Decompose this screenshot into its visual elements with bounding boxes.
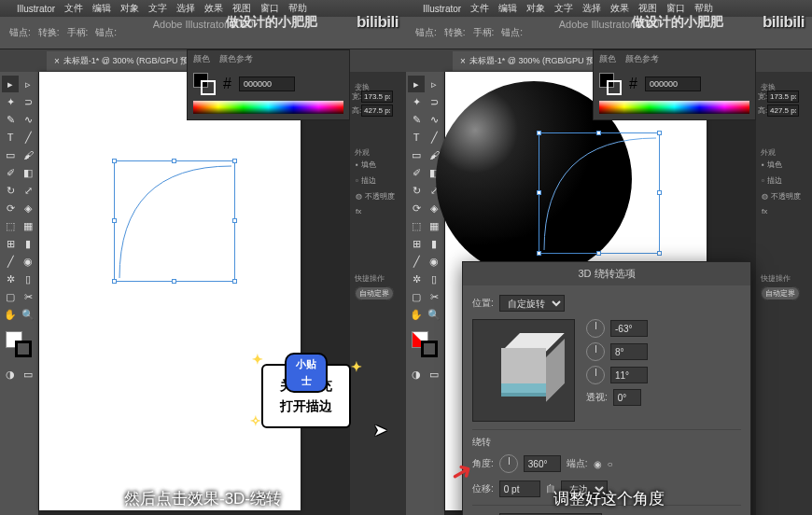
fx-row[interactable]: fx <box>758 204 812 218</box>
color-tab[interactable]: 颜色 <box>193 53 210 65</box>
handle-tm[interactable] <box>172 159 176 163</box>
color-guide-tab[interactable]: 颜色参考 <box>219 53 253 65</box>
menu-edit[interactable]: 编辑 <box>498 2 517 15</box>
scale-tool[interactable]: ⤢ <box>20 182 36 199</box>
zoom-tool[interactable]: 🔍 <box>426 306 442 323</box>
menu-effect[interactable]: 效果 <box>204 2 223 15</box>
symbol-sprayer-tool[interactable]: ✲ <box>2 271 19 287</box>
angle-dial[interactable] <box>499 454 518 473</box>
artboard-tool[interactable]: ▢ <box>408 288 425 305</box>
handle-ml[interactable] <box>112 218 117 223</box>
document-tab[interactable]: × 未标题-1* @ 300% (RGB/GPU 预览) <box>47 51 207 71</box>
width-tool[interactable]: ⟳ <box>408 200 425 216</box>
selection-bounding-box[interactable] <box>539 132 660 254</box>
opacity-row[interactable]: ◍ 不透明度 <box>758 188 812 204</box>
gradient-tool[interactable]: ▮ <box>20 235 36 252</box>
type-tool[interactable]: T <box>408 129 425 146</box>
handle-tm[interactable] <box>596 131 601 135</box>
position-select[interactable]: 自定旋转 <box>499 295 565 312</box>
shaper-tool[interactable]: ✐ <box>408 164 425 181</box>
rotation-preview[interactable] <box>472 319 575 422</box>
menu-edit[interactable]: 编辑 <box>92 2 111 15</box>
pen-tool[interactable]: ✎ <box>408 111 425 128</box>
direct-selection-tool[interactable]: ▹ <box>426 76 442 92</box>
direct-selection-tool[interactable]: ▹ <box>20 76 36 92</box>
color-spectrum[interactable] <box>193 101 343 114</box>
line-tool[interactable]: ╱ <box>426 129 442 146</box>
screen-mode-icon[interactable]: ▭ <box>20 366 36 383</box>
curvature-tool[interactable]: ∿ <box>20 111 36 128</box>
menu-help[interactable]: 帮助 <box>288 2 307 15</box>
shaper-tool[interactable]: ✐ <box>2 164 19 181</box>
rectangle-tool[interactable]: ▭ <box>2 146 19 163</box>
artboard[interactable] <box>39 72 301 510</box>
panel-fill-stroke[interactable] <box>599 73 622 95</box>
handle-br[interactable] <box>232 279 237 284</box>
paintbrush-tool[interactable]: 🖌 <box>20 146 36 163</box>
handle-bm[interactable] <box>596 251 601 256</box>
line-tool[interactable]: ╱ <box>20 129 36 146</box>
hex-input[interactable] <box>239 77 295 91</box>
shape-builder-tool[interactable]: ⬚ <box>408 217 425 234</box>
type-tool[interactable]: T <box>2 129 19 146</box>
pen-tool[interactable]: ✎ <box>2 111 19 128</box>
color-mode-icon[interactable]: ◑ <box>2 366 19 383</box>
close-tab-icon[interactable]: × <box>460 56 466 66</box>
handle-tl[interactable] <box>537 131 541 135</box>
height-input[interactable] <box>361 104 393 117</box>
stroke-swatch[interactable] <box>421 341 438 357</box>
eraser-tool[interactable]: ◧ <box>20 164 36 181</box>
selection-bounding-box[interactable] <box>114 160 235 282</box>
menu-select[interactable]: 选择 <box>176 2 195 15</box>
blend-tool[interactable]: ◉ <box>20 253 36 270</box>
menu-effect[interactable]: 效果 <box>610 2 629 15</box>
height-input[interactable] <box>767 104 799 117</box>
handle-tr[interactable] <box>232 159 237 163</box>
lasso-tool[interactable]: ⊃ <box>20 93 36 110</box>
menu-view[interactable]: 视图 <box>638 2 657 15</box>
rot-z-input[interactable] <box>610 367 648 383</box>
menu-select[interactable]: 选择 <box>582 2 601 15</box>
handle-tl[interactable] <box>112 159 117 163</box>
color-tab[interactable]: 颜色 <box>599 53 616 65</box>
handle-mr[interactable] <box>232 218 237 223</box>
gradient-tool[interactable]: ▮ <box>426 235 442 252</box>
fill-row[interactable]: ▪ 填色 <box>352 157 406 173</box>
menu-object[interactable]: 对象 <box>120 2 139 15</box>
color-guide-tab[interactable]: 颜色参考 <box>625 53 659 65</box>
app-name[interactable]: Illustrator <box>17 4 55 14</box>
zoom-tool[interactable]: 🔍 <box>20 306 36 323</box>
hand-tool[interactable]: ✋ <box>408 306 425 323</box>
rot-x-dial[interactable] <box>586 319 605 338</box>
mesh-tool[interactable]: ⊞ <box>408 235 425 252</box>
selection-tool[interactable]: ▸ <box>408 76 425 92</box>
panel-fill-stroke[interactable] <box>193 73 216 95</box>
fill-stroke-indicator[interactable] <box>408 331 442 359</box>
angle-input[interactable] <box>524 455 561 472</box>
rot-y-dial[interactable] <box>586 342 605 361</box>
handle-mr[interactable] <box>657 190 662 195</box>
fill-stroke-indicator[interactable] <box>2 331 36 359</box>
color-spectrum[interactable] <box>599 101 749 114</box>
lasso-tool[interactable]: ⊃ <box>426 93 442 110</box>
symbol-sprayer-tool[interactable]: ✲ <box>408 271 425 287</box>
blend-tool[interactable]: ◉ <box>426 253 442 270</box>
curvature-tool[interactable]: ∿ <box>426 111 442 128</box>
screen-mode-icon[interactable]: ▭ <box>426 366 442 383</box>
rotate-tool[interactable]: ↻ <box>408 182 425 199</box>
graph-tool[interactable]: ▯ <box>20 271 36 287</box>
rot-z-dial[interactable] <box>586 366 605 384</box>
eyedropper-tool[interactable]: ╱ <box>2 253 19 270</box>
menu-file[interactable]: 文件 <box>470 2 489 15</box>
handle-bl[interactable] <box>112 279 117 284</box>
opacity-row[interactable]: ◍ 不透明度 <box>352 188 406 204</box>
handle-ml[interactable] <box>537 190 541 195</box>
stroke-row[interactable]: ▫ 描边 <box>352 173 406 188</box>
stroke-swatch[interactable] <box>15 341 32 357</box>
magic-wand-tool[interactable]: ✦ <box>2 93 19 110</box>
artboard-tool[interactable]: ▢ <box>2 288 19 305</box>
hand-tool[interactable]: ✋ <box>2 306 19 323</box>
slice-tool[interactable]: ✂ <box>20 288 36 305</box>
menu-window[interactable]: 窗口 <box>260 2 279 15</box>
perspective-input[interactable] <box>613 389 641 406</box>
